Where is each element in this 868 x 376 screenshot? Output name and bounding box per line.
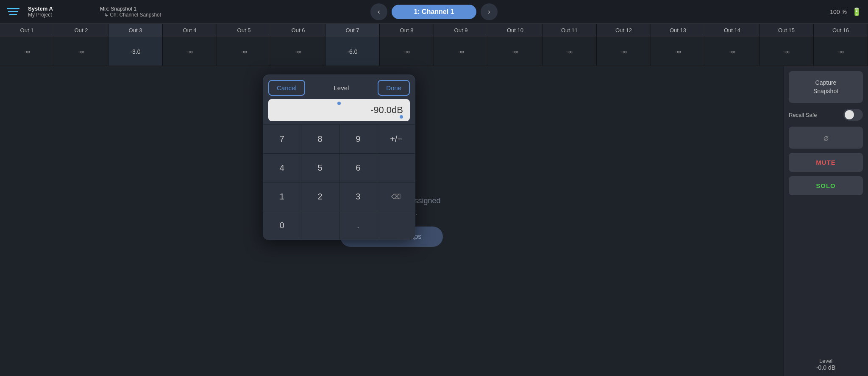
output-col-1[interactable]: Out 1-∞	[0, 24, 54, 66]
output-col-3[interactable]: Out 3-3.0	[108, 24, 163, 66]
output-value-14: -∞	[705, 37, 759, 66]
output-header-10: Out 10	[488, 24, 542, 37]
recall-safe-label: Recall Safe	[789, 112, 817, 118]
recall-safe-toggle[interactable]	[843, 109, 863, 121]
key-3[interactable]: 3	[339, 182, 377, 211]
output-col-15[interactable]: Out 15-∞	[760, 24, 814, 66]
output-value-4: -∞	[163, 37, 217, 66]
key-empty3	[377, 211, 415, 240]
output-header-8: Out 8	[380, 24, 434, 37]
output-value-6: -∞	[271, 37, 325, 66]
key-empty2	[301, 211, 339, 240]
output-col-9[interactable]: Out 9-∞	[434, 24, 488, 66]
output-header-1: Out 1	[0, 24, 54, 37]
key-2[interactable]: 2	[301, 182, 339, 211]
output-header-7: Out 7	[326, 24, 379, 37]
channel-button[interactable]: 1: Channel 1	[392, 5, 476, 19]
battery-icon: 🔋	[852, 7, 861, 17]
main-area: No Spacemaps are assigned to this channe…	[0, 66, 868, 376]
output-col-14[interactable]: Out 14-∞	[705, 24, 760, 66]
key-7[interactable]: 7	[263, 125, 301, 153]
output-value-3: -3.0	[108, 37, 162, 66]
output-col-11[interactable]: Out 11-∞	[542, 24, 597, 66]
project-name: My Project	[28, 12, 53, 18]
ch-label: ↳ Ch: Channel Sanpshot	[100, 12, 161, 18]
output-header-4: Out 4	[163, 24, 217, 37]
numpad-header: Cancel Level Done	[263, 75, 415, 99]
nav-center: ‹ 1: Channel 1 ›	[370, 3, 498, 20]
numpad-done-button[interactable]: Done	[378, 80, 410, 96]
mix-info: Mix: Snapshot 1 ↳ Ch: Channel Sanpshot	[100, 6, 161, 18]
output-col-2[interactable]: Out 2-∞	[54, 24, 108, 66]
output-col-10[interactable]: Out 10-∞	[488, 24, 542, 66]
device-name: System A	[28, 6, 53, 12]
key-1[interactable]: 1	[263, 182, 301, 211]
output-value-10: -∞	[488, 37, 542, 66]
output-col-6[interactable]: Out 6-∞	[271, 24, 326, 66]
top-right: 100 % 🔋	[830, 7, 861, 17]
key-8[interactable]: 8	[301, 125, 339, 153]
device-text: System A My Project	[28, 6, 53, 18]
output-header-6: Out 6	[271, 24, 325, 37]
wifi-icon	[7, 6, 24, 18]
output-col-8[interactable]: Out 8-∞	[380, 24, 434, 66]
key-plusminus[interactable]: +/−	[377, 125, 415, 153]
key-empty1	[377, 154, 415, 182]
output-header-13: Out 13	[651, 24, 705, 37]
link-button[interactable]: ⌀	[789, 127, 863, 149]
numpad-popup: Cancel Level Done -90.0dB 789+/−456123⌫0…	[263, 75, 415, 240]
output-value-8: -∞	[380, 37, 434, 66]
output-header-5: Out 5	[217, 24, 271, 37]
prev-button[interactable]: ‹	[370, 3, 387, 20]
device-info: System A My Project	[7, 6, 92, 18]
output-col-16[interactable]: Out 16-∞	[814, 24, 868, 66]
output-header-11: Out 11	[542, 24, 596, 37]
solo-button[interactable]: SOLO	[789, 176, 863, 195]
next-button[interactable]: ›	[481, 3, 498, 20]
output-header-14: Out 14	[705, 24, 759, 37]
recall-safe-row: Recall Safe	[789, 107, 863, 122]
output-value-5: -∞	[217, 37, 271, 66]
output-value-2: -∞	[54, 37, 108, 66]
output-value-15: -∞	[760, 37, 813, 66]
key-9[interactable]: 9	[339, 125, 377, 153]
capture-snapshot-label: CaptureSnapshot	[813, 79, 838, 94]
level-label: Level	[789, 358, 863, 364]
key-6[interactable]: 6	[339, 154, 377, 182]
key-dot[interactable]: .	[339, 211, 377, 240]
level-display: Level -0.0 dB	[789, 358, 863, 371]
canvas-area: No Spacemaps are assigned to this channe…	[0, 66, 783, 376]
output-header-15: Out 15	[760, 24, 813, 37]
numpad-title: Level	[309, 84, 374, 91]
mix-label: Mix: Snapshot 1	[100, 6, 136, 12]
numpad-display: -90.0dB	[268, 99, 410, 121]
output-value-1: -∞	[0, 37, 54, 66]
key-backspace[interactable]: ⌫	[377, 182, 415, 211]
capture-snapshot-button[interactable]: CaptureSnapshot	[789, 71, 863, 103]
output-value-11: -∞	[542, 37, 596, 66]
level-value: -0.0 dB	[789, 364, 863, 371]
output-col-5[interactable]: Out 5-∞	[217, 24, 271, 66]
output-value-13: -∞	[651, 37, 705, 66]
key-4[interactable]: 4	[263, 154, 301, 182]
output-header-12: Out 12	[597, 24, 651, 37]
output-col-7[interactable]: Out 7-6.0	[326, 24, 380, 66]
output-col-4[interactable]: Out 4-∞	[163, 24, 217, 66]
numpad-display-value: -90.0dB	[370, 105, 403, 116]
numpad-cancel-button[interactable]: Cancel	[268, 80, 305, 96]
output-value-7: -6.0	[326, 37, 379, 66]
numpad-display-dot2	[400, 115, 403, 119]
output-value-12: -∞	[597, 37, 651, 66]
key-0[interactable]: 0	[263, 211, 301, 240]
output-col-12[interactable]: Out 12-∞	[597, 24, 651, 66]
output-header-16: Out 16	[814, 24, 868, 37]
output-value-9: -∞	[434, 37, 488, 66]
output-header-2: Out 2	[54, 24, 108, 37]
mute-button[interactable]: MUTE	[789, 153, 863, 172]
numpad-keys: 789+/−456123⌫0.	[263, 124, 415, 240]
key-5[interactable]: 5	[301, 154, 339, 182]
right-panel: CaptureSnapshot Recall Safe ⌀ MUTE SOLO …	[783, 66, 868, 376]
numpad-display-dot	[337, 102, 341, 105]
output-col-13[interactable]: Out 13-∞	[651, 24, 705, 66]
output-row: Out 1-∞Out 2-∞Out 3-3.0Out 4-∞Out 5-∞Out…	[0, 24, 868, 66]
